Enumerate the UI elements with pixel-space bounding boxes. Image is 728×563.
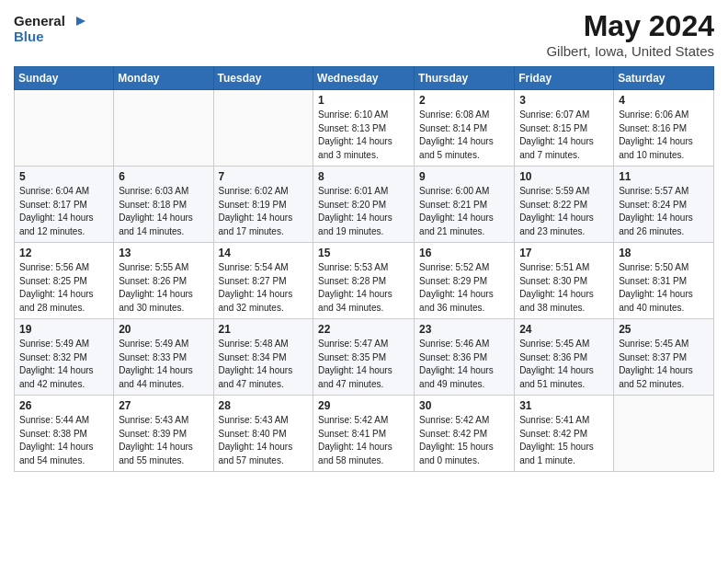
day-number: 14 [219, 247, 309, 259]
day-info: Sunrise: 5:45 AMSunset: 8:37 PMDaylight:… [619, 338, 709, 391]
calendar-cell: 30Sunrise: 5:42 AMSunset: 8:42 PMDayligh… [415, 396, 515, 472]
day-info: Sunrise: 5:49 AMSunset: 8:33 PMDaylight:… [119, 338, 208, 391]
day-info: Sunrise: 5:44 AMSunset: 8:38 PMDaylight:… [19, 414, 108, 467]
calendar-cell: 3Sunrise: 6:07 AMSunset: 8:15 PMDaylight… [515, 90, 614, 167]
day-info: Sunrise: 5:51 AMSunset: 8:30 PMDaylight:… [519, 261, 609, 315]
calendar-cell: 15Sunrise: 5:53 AMSunset: 8:28 PMDayligh… [313, 243, 415, 319]
calendar-cell [15, 90, 114, 167]
day-number: 3 [519, 94, 609, 107]
col-header-monday: Monday [114, 67, 213, 90]
calendar-cell: 14Sunrise: 5:54 AMSunset: 8:27 PMDayligh… [213, 243, 313, 319]
day-info: Sunrise: 6:10 AMSunset: 8:13 PMDaylight:… [318, 109, 409, 162]
header: General Blue May 2024 Gilbert, Iowa, Uni… [14, 9, 714, 59]
day-number: 30 [419, 399, 509, 412]
calendar-cell: 9Sunrise: 6:00 AMSunset: 8:21 PMDaylight… [415, 167, 515, 243]
day-info: Sunrise: 5:42 AMSunset: 8:41 PMDaylight:… [318, 414, 409, 467]
calendar-cell: 19Sunrise: 5:49 AMSunset: 8:32 PMDayligh… [15, 319, 114, 396]
day-number: 4 [619, 94, 709, 107]
logo-svg: General Blue [14, 9, 97, 54]
day-number: 13 [119, 247, 208, 259]
col-header-thursday: Thursday [415, 67, 515, 90]
day-number: 8 [318, 170, 409, 183]
day-info: Sunrise: 5:49 AMSunset: 8:32 PMDaylight:… [19, 338, 108, 391]
calendar-cell: 7Sunrise: 6:02 AMSunset: 8:19 PMDaylight… [213, 167, 313, 243]
calendar-cell: 18Sunrise: 5:50 AMSunset: 8:31 PMDayligh… [614, 243, 714, 319]
day-info: Sunrise: 5:53 AMSunset: 8:28 PMDaylight:… [318, 261, 409, 315]
day-info: Sunrise: 6:04 AMSunset: 8:17 PMDaylight:… [19, 185, 108, 238]
day-info: Sunrise: 5:55 AMSunset: 8:26 PMDaylight:… [119, 261, 208, 315]
page: General Blue May 2024 Gilbert, Iowa, Uni… [0, 0, 728, 563]
calendar-cell: 23Sunrise: 5:46 AMSunset: 8:36 PMDayligh… [415, 319, 515, 396]
calendar-cell: 17Sunrise: 5:51 AMSunset: 8:30 PMDayligh… [515, 243, 614, 319]
calendar-cell: 21Sunrise: 5:48 AMSunset: 8:34 PMDayligh… [213, 319, 313, 396]
day-number: 7 [219, 170, 309, 183]
calendar-week-3: 12Sunrise: 5:56 AMSunset: 8:25 PMDayligh… [15, 243, 714, 319]
main-title: May 2024 [546, 9, 714, 43]
calendar-cell: 24Sunrise: 5:45 AMSunset: 8:36 PMDayligh… [515, 319, 614, 396]
day-number: 9 [419, 170, 509, 183]
day-number: 20 [119, 323, 208, 336]
calendar-week-5: 26Sunrise: 5:44 AMSunset: 8:38 PMDayligh… [15, 396, 714, 472]
col-header-tuesday: Tuesday [213, 67, 313, 90]
day-info: Sunrise: 6:01 AMSunset: 8:20 PMDaylight:… [318, 185, 409, 238]
svg-marker-2 [76, 17, 85, 26]
day-number: 11 [619, 170, 709, 183]
day-number: 24 [519, 323, 609, 336]
day-number: 15 [318, 247, 409, 259]
calendar-cell: 1Sunrise: 6:10 AMSunset: 8:13 PMDaylight… [313, 90, 415, 167]
day-info: Sunrise: 5:52 AMSunset: 8:29 PMDaylight:… [419, 261, 509, 315]
day-info: Sunrise: 6:03 AMSunset: 8:18 PMDaylight:… [119, 185, 208, 238]
day-number: 12 [19, 247, 108, 259]
day-number: 31 [519, 399, 609, 412]
calendar-cell: 22Sunrise: 5:47 AMSunset: 8:35 PMDayligh… [313, 319, 415, 396]
calendar-cell: 28Sunrise: 5:43 AMSunset: 8:40 PMDayligh… [213, 396, 313, 472]
calendar-cell: 13Sunrise: 5:55 AMSunset: 8:26 PMDayligh… [114, 243, 213, 319]
calendar-week-1: 1Sunrise: 6:10 AMSunset: 8:13 PMDaylight… [15, 90, 714, 167]
calendar-cell: 10Sunrise: 5:59 AMSunset: 8:22 PMDayligh… [515, 167, 614, 243]
day-info: Sunrise: 5:41 AMSunset: 8:42 PMDaylight:… [519, 414, 609, 467]
day-number: 23 [419, 323, 509, 336]
day-info: Sunrise: 6:02 AMSunset: 8:19 PMDaylight:… [219, 185, 309, 238]
calendar-cell: 16Sunrise: 5:52 AMSunset: 8:29 PMDayligh… [415, 243, 515, 319]
day-info: Sunrise: 5:47 AMSunset: 8:35 PMDaylight:… [318, 338, 409, 391]
day-info: Sunrise: 5:42 AMSunset: 8:42 PMDaylight:… [419, 414, 509, 467]
calendar-cell: 20Sunrise: 5:49 AMSunset: 8:33 PMDayligh… [114, 319, 213, 396]
day-info: Sunrise: 6:08 AMSunset: 8:14 PMDaylight:… [419, 109, 509, 162]
col-header-friday: Friday [515, 67, 614, 90]
day-number: 21 [219, 323, 309, 336]
day-number: 5 [19, 170, 108, 183]
day-number: 19 [19, 323, 108, 336]
calendar-cell: 2Sunrise: 6:08 AMSunset: 8:14 PMDaylight… [415, 90, 515, 167]
calendar-cell: 31Sunrise: 5:41 AMSunset: 8:42 PMDayligh… [515, 396, 614, 472]
day-number: 28 [219, 399, 309, 412]
day-number: 2 [419, 94, 509, 107]
day-info: Sunrise: 5:48 AMSunset: 8:34 PMDaylight:… [219, 338, 309, 391]
day-number: 1 [318, 94, 409, 107]
day-number: 10 [519, 170, 609, 183]
calendar-week-2: 5Sunrise: 6:04 AMSunset: 8:17 PMDaylight… [15, 167, 714, 243]
calendar-table: SundayMondayTuesdayWednesdayThursdayFrid… [14, 66, 714, 472]
calendar-cell: 12Sunrise: 5:56 AMSunset: 8:25 PMDayligh… [15, 243, 114, 319]
day-number: 22 [318, 323, 409, 336]
logo: General Blue [14, 9, 97, 54]
calendar-week-4: 19Sunrise: 5:49 AMSunset: 8:32 PMDayligh… [15, 319, 714, 396]
day-info: Sunrise: 5:46 AMSunset: 8:36 PMDaylight:… [419, 338, 509, 391]
day-info: Sunrise: 5:59 AMSunset: 8:22 PMDaylight:… [519, 185, 609, 238]
calendar-cell: 8Sunrise: 6:01 AMSunset: 8:20 PMDaylight… [313, 167, 415, 243]
day-number: 29 [318, 399, 409, 412]
day-number: 25 [619, 323, 709, 336]
calendar-cell [614, 396, 714, 472]
calendar-cell [114, 90, 213, 167]
calendar-cell: 11Sunrise: 5:57 AMSunset: 8:24 PMDayligh… [614, 167, 714, 243]
title-block: May 2024 Gilbert, Iowa, United States [546, 9, 714, 59]
svg-text:Blue: Blue [14, 29, 44, 44]
day-info: Sunrise: 5:43 AMSunset: 8:39 PMDaylight:… [119, 414, 208, 467]
calendar-cell: 29Sunrise: 5:42 AMSunset: 8:41 PMDayligh… [313, 396, 415, 472]
day-info: Sunrise: 5:54 AMSunset: 8:27 PMDaylight:… [219, 261, 309, 315]
col-header-wednesday: Wednesday [313, 67, 415, 90]
day-info: Sunrise: 5:43 AMSunset: 8:40 PMDaylight:… [219, 414, 309, 467]
day-number: 16 [419, 247, 509, 259]
calendar-cell: 6Sunrise: 6:03 AMSunset: 8:18 PMDaylight… [114, 167, 213, 243]
day-info: Sunrise: 6:07 AMSunset: 8:15 PMDaylight:… [519, 109, 609, 162]
calendar-cell: 5Sunrise: 6:04 AMSunset: 8:17 PMDaylight… [15, 167, 114, 243]
